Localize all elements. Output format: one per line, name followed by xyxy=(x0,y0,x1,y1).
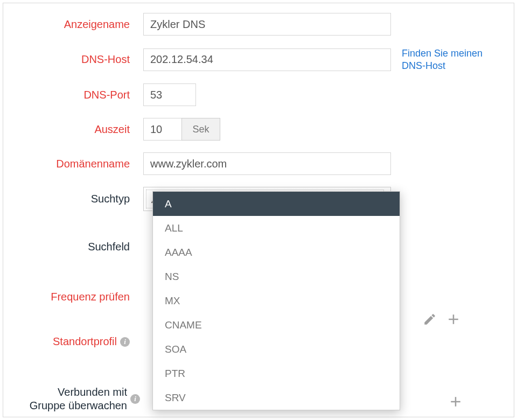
row-display-name: Anzeigename xyxy=(3,13,514,36)
row-domain-name: Domänenname xyxy=(3,152,514,175)
display-name-input[interactable] xyxy=(143,13,391,36)
check-frequency-label: Frequenz prüfen xyxy=(3,291,143,303)
find-dns-host-link[interactable]: Finden Sie meinen DNS-Host xyxy=(402,47,504,72)
dropdown-option-ns[interactable]: NS xyxy=(153,264,400,289)
dropdown-option-soa[interactable]: SOA xyxy=(153,337,400,361)
dropdown-option-all[interactable]: ALL xyxy=(153,216,400,240)
dropdown-option-cname[interactable]: CNAME xyxy=(153,313,400,337)
display-name-label: Anzeigename xyxy=(3,18,143,31)
timeout-label: Auszeit xyxy=(3,123,143,136)
dns-host-label: DNS-Host xyxy=(3,53,143,66)
timeout-input[interactable] xyxy=(143,118,182,141)
dns-host-input[interactable] xyxy=(143,48,391,71)
row-dns-host: DNS-Host Finden Sie meinen DNS-Host xyxy=(3,47,514,72)
row-timeout: Auszeit Sek xyxy=(3,118,514,141)
domain-name-input[interactable] xyxy=(143,152,391,175)
dns-port-input[interactable] xyxy=(143,83,196,106)
dropdown-option-ptr[interactable]: PTR xyxy=(153,361,400,386)
dropdown-option-srv[interactable]: SRV xyxy=(153,386,400,410)
edit-icon[interactable] xyxy=(421,311,438,328)
domain-name-label: Domänenname xyxy=(3,158,143,170)
dropdown-option-a[interactable]: A xyxy=(153,192,400,216)
timeout-unit-suffix: Sek xyxy=(181,118,220,141)
lookup-type-label: Suchtyp xyxy=(3,193,143,205)
monitor-group-add xyxy=(447,393,464,412)
lookup-type-dropdown[interactable]: AALLAAAANSMXCNAMESOAPTRSRV xyxy=(152,191,400,410)
location-profile-label: Standortprofil i xyxy=(3,335,143,348)
plus-icon[interactable] xyxy=(445,311,462,328)
row-dns-port: DNS-Port xyxy=(3,83,514,106)
dns-port-label: DNS-Port xyxy=(3,89,143,101)
dropdown-option-mx[interactable]: MX xyxy=(153,289,400,313)
plus-icon[interactable] xyxy=(447,393,464,410)
monitor-group-label: Verbunden mit Gruppe überwachen i xyxy=(3,386,143,412)
location-profile-actions xyxy=(421,311,462,328)
dropdown-option-aaaa[interactable]: AAAA xyxy=(153,240,400,264)
info-icon[interactable]: i xyxy=(120,337,130,347)
info-icon[interactable]: i xyxy=(130,394,140,404)
search-field-label: Suchfeld xyxy=(3,241,143,253)
